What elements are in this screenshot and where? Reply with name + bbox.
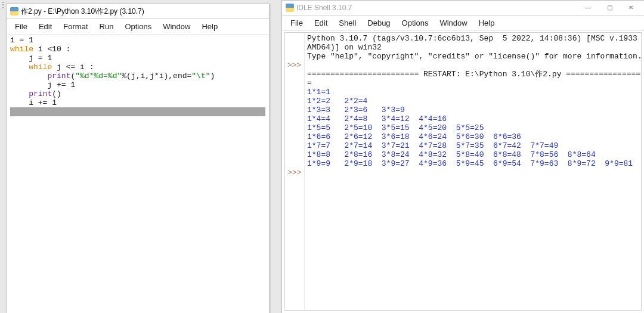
menu-shell[interactable]: Shell: [334, 17, 361, 29]
maximize-button[interactable]: ▢: [599, 1, 620, 14]
output-row: 1*9=9 2*9=18 3*9=27 4*9=36 5*9=45 6*9=54…: [307, 159, 633, 168]
editor-titlebar[interactable]: 作2.py - E:\Python 3.10\作2.py (3.10.7): [7, 4, 269, 19]
shell-content[interactable]: >>> >>> Python 3.10.7 (tags/v3.10.7:6cc6…: [282, 31, 644, 313]
shell-window-title: IDLE Shell 3.10.7: [296, 4, 352, 12]
menu-debug[interactable]: Debug: [363, 17, 395, 29]
window-controls: — ▢ ✕: [577, 1, 642, 14]
menu-edit[interactable]: Edit: [309, 17, 332, 29]
menu-window[interactable]: Window: [435, 17, 472, 29]
shell-output[interactable]: Python 3.10.7 (tags/v3.10.7:6cc6b13, Sep…: [305, 33, 642, 310]
menu-format[interactable]: Format: [58, 21, 92, 32]
menu-options[interactable]: Options: [120, 21, 156, 32]
source-code[interactable]: i = 1 while i <10 : j = 1 while j <= i :…: [7, 35, 269, 116]
shell-titlebar[interactable]: IDLE Shell 3.10.7 — ▢ ✕: [282, 1, 644, 16]
output-row: 1*2=2 2*2=4: [307, 97, 367, 106]
shell-prompt-gutter: >>> >>>: [285, 33, 305, 310]
output-row: 1*8=8 2*8=16 3*8=24 4*8=32 5*8=40 6*8=48…: [307, 150, 596, 159]
left-edge-grip: ⋮: [0, 0, 6, 313]
editor-window-title: 作2.py - E:\Python 3.10\作2.py (3.10.7): [21, 7, 144, 17]
output-row: 1*3=3 2*3=6 3*3=9: [307, 106, 405, 114]
menu-help[interactable]: Help: [474, 17, 500, 29]
menu-help[interactable]: Help: [197, 21, 222, 32]
output-row: 1*6=6 2*6=12 3*6=18 4*6=24 5*6=30 6*6=36: [307, 132, 521, 141]
output-row: 1*1=1: [307, 88, 330, 97]
output-row: 1*5=5 2*5=10 3*5=15 4*5=20 5*5=25: [307, 123, 484, 132]
menu-edit[interactable]: Edit: [34, 21, 57, 32]
close-button[interactable]: ✕: [620, 1, 642, 14]
menu-file[interactable]: File: [286, 17, 308, 29]
menu-run[interactable]: Run: [95, 21, 119, 32]
output-row: 1*7=7 2*7=14 3*7=21 4*7=28 5*7=35 6*7=42…: [307, 141, 558, 150]
idle-app-icon: [10, 7, 18, 16]
minimize-button[interactable]: —: [577, 1, 599, 14]
output-row: 1*4=4 2*4=8 3*4=12 4*4=16: [307, 114, 447, 123]
editor-menubar: File Edit Format Run Options Window Help: [7, 19, 269, 35]
idle-app-icon: [286, 4, 294, 12]
menu-options[interactable]: Options: [397, 17, 434, 29]
menu-window[interactable]: Window: [158, 21, 195, 32]
cursor-line-highlight: [10, 107, 265, 116]
shell-menubar: File Edit Shell Debug Options Window Hel…: [282, 16, 644, 31]
menu-file[interactable]: File: [10, 21, 32, 32]
editor-content[interactable]: i = 1 while i <10 : j = 1 while j <= i :…: [7, 35, 269, 313]
shell-window: IDLE Shell 3.10.7 — ▢ ✕ File Edit Shell …: [281, 0, 644, 313]
editor-window: 作2.py - E:\Python 3.10\作2.py (3.10.7) Fi…: [6, 4, 270, 313]
